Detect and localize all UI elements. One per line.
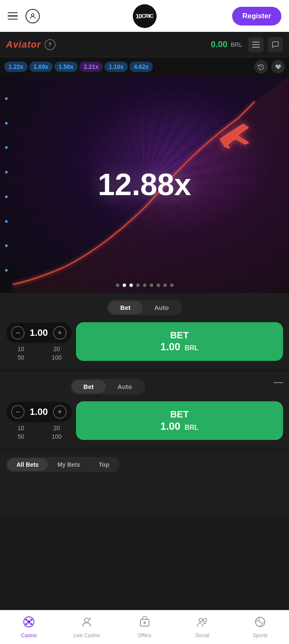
multiplier-pill-5[interactable]: 4.62x — [129, 62, 153, 72]
bet-increase-2[interactable]: + — [53, 405, 67, 419]
bet-btn-amount-2: 1.00 BRL — [160, 420, 199, 433]
quick-amt-20-1[interactable]: 20 — [42, 346, 71, 352]
help-button[interactable]: ? — [45, 39, 56, 50]
quick-amounts-1: 10 20 50 100 — [6, 346, 72, 361]
slide-dot — [136, 284, 140, 287]
bet-amount-val-2: 1.00 — [30, 406, 48, 417]
bet-btn-currency-2: BRL — [185, 424, 199, 431]
aviator-header: Aviator ? 0.00 BRL — [0, 32, 289, 57]
bet-increase-1[interactable]: + — [53, 326, 67, 340]
all-bets-tabs: All Bets My Bets Top — [6, 457, 120, 472]
multiplier-bar: 1.22x 1.69x 1.56x 2.21x 1.10x 4.62x — [0, 57, 289, 76]
multiplier-pill-0[interactable]: 1.22x — [4, 62, 28, 72]
bet-tabs-1: Bet Auto — [107, 300, 182, 315]
bottom-nav-offers[interactable]: Offers — [115, 610, 173, 644]
quick-amt-50-2[interactable]: 50 — [6, 433, 36, 440]
bet-btn-label-1: BET — [170, 330, 189, 341]
chat-icon-btn[interactable] — [268, 37, 283, 52]
multiplier-pill-2[interactable]: 1.56x — [54, 62, 78, 72]
bet-tab-bet-1[interactable]: Bet — [108, 301, 142, 314]
slide-dot — [116, 284, 119, 287]
quick-amt-100-2[interactable]: 100 — [42, 433, 71, 440]
quick-amt-10-1[interactable]: 10 — [6, 346, 36, 352]
register-button[interactable]: Register — [232, 7, 281, 26]
social-icon — [196, 616, 208, 631]
bet-btn-amount-1: 1.00 BRL — [160, 341, 199, 353]
svg-point-12 — [199, 618, 202, 622]
slide-dot — [123, 284, 126, 287]
tab-all-bets[interactable]: All Bets — [7, 458, 48, 471]
slide-dot — [170, 284, 174, 287]
multiplier-pill-3[interactable]: 2.21x — [79, 62, 103, 72]
casino-label: Casino — [21, 633, 36, 638]
mult-bar-right — [254, 60, 285, 74]
slide-dot — [129, 284, 133, 287]
bet-tab-auto-2[interactable]: Auto — [106, 380, 144, 393]
game-multiplier-display: 12.88x — [98, 167, 191, 202]
logo[interactable]: 10CRIC — [133, 4, 157, 28]
slide-dots — [116, 284, 174, 287]
bottom-nav-social[interactable]: Social — [174, 610, 231, 644]
history-icon-btn[interactable] — [254, 60, 268, 74]
slide-dot — [157, 284, 160, 287]
balance-display: 0.00 BRL — [211, 40, 242, 49]
bet-amount-wrap-1: − 1.00 + 10 20 50 100 — [6, 323, 72, 361]
bet-tabs-2: Bet Auto — [70, 379, 145, 394]
live-casino-icon — [81, 616, 93, 631]
tab-my-bets[interactable]: My Bets — [48, 458, 90, 471]
bet-btn-label-2: BET — [170, 409, 189, 420]
top-nav-left — [8, 9, 40, 23]
slide-dot — [163, 284, 167, 287]
bet-tab-auto-1[interactable]: Auto — [143, 301, 181, 314]
bet-panel-2: Bet Auto — − 1.00 + 10 20 50 100 BET 1.0… — [0, 372, 289, 448]
aviator-logo: Aviator — [6, 39, 41, 50]
svg-point-0 — [31, 14, 34, 16]
bottom-nav-casino[interactable]: Casino — [0, 610, 58, 644]
bottom-nav-live-casino[interactable]: Live Casino — [58, 610, 115, 644]
header-icon-group — [248, 37, 283, 52]
sports-label: Sports — [253, 633, 268, 638]
svg-point-13 — [203, 618, 207, 622]
offers-label: Offers — [137, 633, 151, 638]
quick-amounts-2: 10 20 50 100 — [6, 425, 72, 440]
quick-amt-100-1[interactable]: 100 — [42, 354, 71, 361]
svg-rect-1 — [252, 42, 260, 43]
bet-amount-input-1: − 1.00 + — [6, 323, 72, 343]
balance-currency: BRL — [231, 41, 242, 48]
quick-amt-10-2[interactable]: 10 — [6, 425, 36, 431]
remove-panel-btn[interactable]: — — [274, 377, 283, 387]
bet-tab-bet-2[interactable]: Bet — [72, 380, 106, 393]
bet-decrease-1[interactable]: − — [11, 326, 25, 340]
bet-button-1[interactable]: BET 1.00 BRL — [76, 322, 283, 361]
svg-point-10 — [84, 618, 89, 622]
bet-amount-val-1: 1.00 — [30, 327, 48, 338]
multiplier-pill-1[interactable]: 1.69x — [29, 62, 53, 72]
bet-amount-input-2: − 1.00 + — [6, 402, 72, 422]
bet-decrease-2[interactable]: − — [11, 405, 25, 419]
user-icon-btn[interactable] — [25, 9, 40, 23]
svg-point-7 — [31, 619, 33, 621]
bottom-nav-sports[interactable]: Sports — [231, 610, 289, 644]
quick-amt-50-1[interactable]: 50 — [6, 354, 36, 361]
balance-amount: 0.00 — [211, 40, 227, 49]
menu-icon-btn[interactable] — [248, 37, 264, 52]
offers-icon — [139, 616, 151, 631]
bottom-nav: Casino Live Casino Offers — [0, 610, 289, 644]
multiplier-pill-4[interactable]: 1.10x — [104, 62, 128, 72]
bet-row-2: − 1.00 + 10 20 50 100 BET 1.00 BRL — [6, 401, 283, 440]
tab-top[interactable]: Top — [90, 458, 119, 471]
slide-dot — [143, 284, 146, 287]
bet-btn-currency-1: BRL — [185, 344, 199, 352]
top-nav: 10CRIC Register — [0, 0, 289, 32]
svg-point-9 — [31, 623, 33, 625]
favorite-icon-btn[interactable] — [271, 60, 285, 74]
all-bets-section: All Bets My Bets Top — [0, 451, 289, 515]
bet-amount-wrap-2: − 1.00 + 10 20 50 100 — [6, 402, 72, 440]
quick-amt-20-2[interactable]: 20 — [42, 425, 71, 431]
sports-icon — [254, 616, 266, 631]
bet-button-2[interactable]: BET 1.00 BRL — [76, 401, 283, 440]
hamburger-menu[interactable] — [8, 12, 18, 20]
game-area: 12.88x — [0, 76, 289, 293]
svg-point-5 — [27, 620, 31, 624]
live-casino-label: Live Casino — [73, 633, 100, 638]
